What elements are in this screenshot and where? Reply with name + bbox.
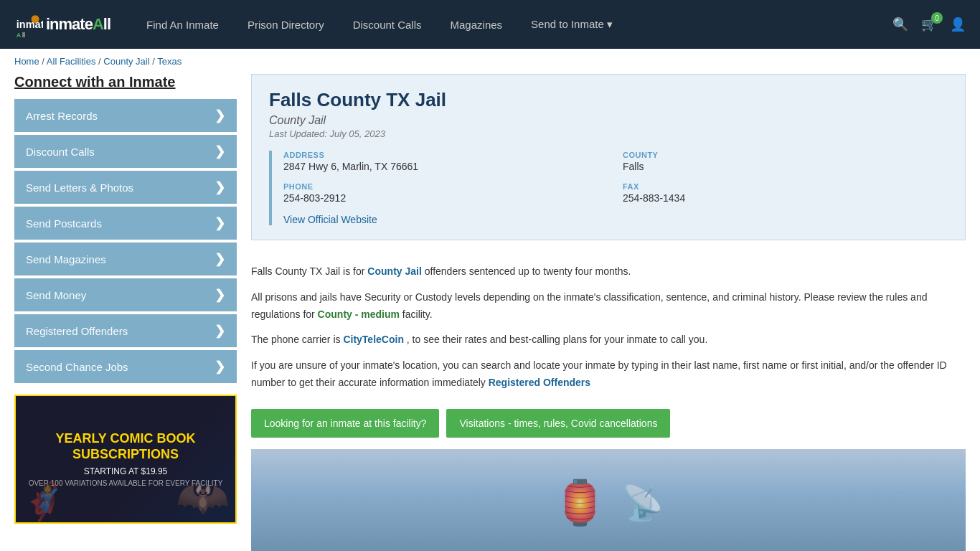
address-block: ADDRESS 2847 Hwy 6, Marlin, TX 76661 xyxy=(283,151,608,172)
sidebar-item-label: Send Letters & Photos xyxy=(26,182,133,194)
nav-magazines[interactable]: Magazines xyxy=(451,19,503,31)
cart-badge: 0 xyxy=(931,12,943,24)
cart-wrapper[interactable]: 🛒 0 xyxy=(921,17,937,32)
sidebar-item-label: Send Postcards xyxy=(26,217,102,230)
sidebar-menu: Arrest Records ❯ Discount Calls ❯ Send L… xyxy=(14,99,237,383)
header-icons: 🔍 🛒 0 👤 xyxy=(892,17,966,32)
sidebar-item-discount-calls[interactable]: Discount Calls ❯ xyxy=(14,135,237,168)
nav-discount-calls[interactable]: Discount Calls xyxy=(353,19,422,31)
registered-offenders-link[interactable]: Registered Offenders xyxy=(489,377,590,388)
chevron-right-icon: ❯ xyxy=(215,323,225,339)
batman-icon: 🦇 xyxy=(176,471,230,522)
facility-title: Falls County TX Jail xyxy=(269,89,948,111)
desc-para3: The phone carrier is CityTeleCoin , to s… xyxy=(251,331,966,349)
svg-text:ll: ll xyxy=(22,32,25,39)
lamp-icon: 🏮 xyxy=(553,477,607,528)
breadcrumb-all-facilities[interactable]: All Facilities xyxy=(47,56,96,67)
fax-value: 254-883-1434 xyxy=(623,192,948,204)
facility-description: Falls County TX Jail is for County Jail … xyxy=(251,255,966,409)
address-value: 2847 Hwy 6, Marlin, TX 76661 xyxy=(283,161,608,172)
main-nav: Find An Inmate Prison Directory Discount… xyxy=(146,18,871,31)
main-layout: Connect with an Inmate Arrest Records ❯ … xyxy=(0,74,980,551)
ad-title: YEARLY COMIC BOOKSUBSCRIPTIONS xyxy=(55,431,195,462)
chevron-right-icon: ❯ xyxy=(215,179,225,195)
chevron-right-icon: ❯ xyxy=(215,251,225,267)
chevron-right-icon: ❯ xyxy=(215,359,225,375)
chevron-right-icon: ❯ xyxy=(215,215,225,231)
search-icon[interactable]: 🔍 xyxy=(892,17,908,32)
sidebar-item-send-money[interactable]: Send Money ❯ xyxy=(14,278,237,311)
county-label: COUNTY xyxy=(623,151,948,159)
logo[interactable]: inmate A ll inmateAll xyxy=(14,10,110,39)
header: inmate A ll inmateAll Find An Inmate Pri… xyxy=(0,0,980,49)
breadcrumb-county-jail[interactable]: County Jail xyxy=(103,56,149,67)
sidebar-item-send-magazines[interactable]: Send Magazines ❯ xyxy=(14,242,237,276)
facility-updated: Last Updated: July 05, 2023 xyxy=(269,128,948,139)
county-jail-link[interactable]: County Jail xyxy=(367,265,421,277)
county-medium-link[interactable]: County - medium xyxy=(318,309,400,320)
nav-prison-directory[interactable]: Prison Directory xyxy=(248,19,324,31)
action-buttons: Looking for an inmate at this facility? … xyxy=(251,409,966,438)
sidebar: Connect with an Inmate Arrest Records ❯ … xyxy=(14,74,237,551)
breadcrumb-state[interactable]: Texas xyxy=(157,56,182,67)
main-content: Falls County TX Jail County Jail Last Up… xyxy=(251,74,966,551)
county-block: COUNTY Falls xyxy=(623,151,948,172)
desc-para4: If you are unsure of your inmate's locat… xyxy=(251,357,966,392)
sidebar-item-arrest-records[interactable]: Arrest Records ❯ xyxy=(14,99,237,132)
sidebar-item-label: Arrest Records xyxy=(26,110,98,122)
sidebar-item-registered-offenders[interactable]: Registered Offenders ❯ xyxy=(14,314,237,347)
superman-icon: 🦸 xyxy=(22,481,66,522)
facility-photo: 🏮 📡 xyxy=(251,449,966,551)
looking-for-inmate-button[interactable]: Looking for an inmate at this facility? xyxy=(251,409,439,438)
facility-type: County Jail xyxy=(269,114,948,127)
chevron-right-icon: ❯ xyxy=(215,287,225,303)
nav-find-inmate[interactable]: Find An Inmate xyxy=(146,19,219,31)
svg-text:inmate: inmate xyxy=(17,19,43,30)
sidebar-item-label: Send Money xyxy=(26,289,86,301)
facility-card: Falls County TX Jail County Jail Last Up… xyxy=(251,74,966,240)
citytelecoin-link[interactable]: CityTeleCoin xyxy=(343,334,404,345)
phone-label: PHONE xyxy=(283,182,608,191)
tower-icon: 📡 xyxy=(621,483,664,523)
breadcrumb: Home / All Facilities / County Jail / Te… xyxy=(0,49,980,74)
sidebar-item-label: Discount Calls xyxy=(26,146,95,158)
chevron-right-icon: ❯ xyxy=(215,143,225,159)
breadcrumb-home[interactable]: Home xyxy=(14,56,39,67)
sidebar-item-send-letters-photos[interactable]: Send Letters & Photos ❯ xyxy=(14,171,237,204)
sidebar-item-send-postcards[interactable]: Send Postcards ❯ xyxy=(14,207,237,240)
visitations-button[interactable]: Visitations - times, rules, Covid cancel… xyxy=(446,409,670,438)
phone-block: PHONE 254-803-2912 xyxy=(283,182,608,204)
sidebar-item-label: Send Magazines xyxy=(26,253,106,265)
svg-text:A: A xyxy=(17,32,22,39)
county-value: Falls xyxy=(623,161,948,172)
sidebar-item-label: Registered Offenders xyxy=(26,325,128,337)
sidebar-title: Connect with an Inmate xyxy=(14,74,237,90)
sidebar-item-second-chance-jobs[interactable]: Second Chance Jobs ❯ xyxy=(14,350,237,383)
user-icon[interactable]: 👤 xyxy=(950,17,966,32)
facility-info: ADDRESS 2847 Hwy 6, Marlin, TX 76661 COU… xyxy=(269,151,948,225)
nav-send-to-inmate[interactable]: Send to Inmate ▾ xyxy=(531,18,613,31)
ad-banner[interactable]: 🦸 YEARLY COMIC BOOKSUBSCRIPTIONS STARTIN… xyxy=(14,395,237,524)
address-label: ADDRESS xyxy=(283,151,608,159)
website-link[interactable]: View Official Website xyxy=(283,214,377,225)
desc-para1: Falls County TX Jail is for County Jail … xyxy=(251,263,966,281)
phone-value: 254-803-2912 xyxy=(283,192,608,204)
fax-label: FAX xyxy=(623,182,948,191)
desc-para2: All prisons and jails have Security or C… xyxy=(251,289,966,324)
fax-block: FAX 254-883-1434 xyxy=(623,182,948,204)
sidebar-item-label: Second Chance Jobs xyxy=(26,361,128,373)
svg-point-4 xyxy=(32,15,39,23)
ad-subtitle: STARTING AT $19.95 xyxy=(84,466,168,476)
website-block: View Official Website xyxy=(283,214,948,225)
chevron-right-icon: ❯ xyxy=(215,108,225,123)
